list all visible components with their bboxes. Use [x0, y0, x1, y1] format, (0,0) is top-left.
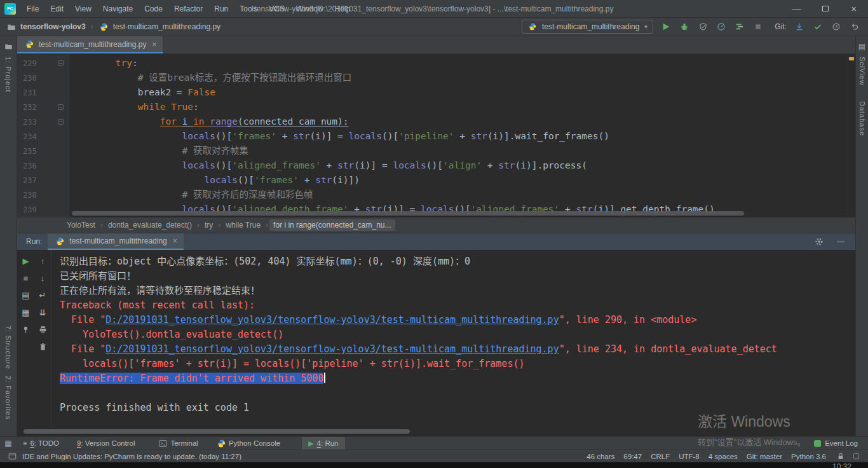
warning-stripe-mark[interactable]: [849, 57, 854, 60]
code-line[interactable]: # 设置break标志，方便按下按钮跳出循环退出窗口: [71, 71, 846, 85]
profiler-button[interactable]: [715, 21, 727, 32]
tool-button-2-favorites[interactable]: 2: Favorites: [4, 376, 12, 420]
git-commit-button[interactable]: [812, 21, 824, 32]
soft-wrap-icon[interactable]: ↵: [37, 290, 48, 300]
tool-button-1-project[interactable]: 1: Project: [4, 57, 12, 92]
stop-button[interactable]: [752, 21, 764, 32]
run-with-coverage-button[interactable]: [697, 21, 709, 32]
run-panel-label: Run:: [17, 237, 48, 246]
breadcrumb-item[interactable]: while True: [222, 219, 264, 231]
run-configuration-select[interactable]: test-multicam_multithreading ▼: [522, 20, 653, 34]
menu-file[interactable]: File: [21, 0, 44, 17]
breadcrumb-item[interactable]: dontla_evaluate_detect(): [104, 219, 196, 231]
stop-button[interactable]: ■: [21, 273, 31, 283]
git-update-button[interactable]: [794, 21, 805, 32]
code-line[interactable]: # 获取对齐后的深度帧和彩色帧: [71, 188, 846, 202]
line-number: 232: [17, 103, 37, 112]
code-area[interactable]: try: # 设置break标志，方便按下按钮跳出循环退出窗口 break2 =…: [69, 54, 846, 217]
tool-button-todo[interactable]: ≡6: TODO: [17, 437, 65, 450]
editor-horizontal-scrollbar[interactable]: [72, 211, 744, 216]
menu-refactor[interactable]: Refactor: [168, 0, 208, 17]
fold-marker-icon[interactable]: [58, 104, 64, 110]
project-tool-icon[interactable]: [4, 43, 13, 50]
pin-tab-icon[interactable]: [21, 324, 31, 334]
breadcrumb-item[interactable]: YoloTest: [63, 219, 99, 231]
code-line[interactable]: while True:: [71, 100, 846, 114]
gear-icon[interactable]: [813, 236, 825, 247]
nav-project-name[interactable]: tensorflow-yolov3: [20, 22, 86, 31]
concurrency-diagram-button[interactable]: [734, 21, 745, 32]
python-icon: [217, 439, 226, 448]
console-horizontal-scrollbar[interactable]: [24, 429, 410, 434]
run-panel: ▶ ■ ▤ ▦ ↑ ↓ ↵ ⇊: [17, 250, 855, 436]
tool-button-run[interactable]: ▶4: Run: [302, 437, 344, 450]
status-utf-8[interactable]: UTF-8: [679, 453, 700, 460]
tool-button-sciview[interactable]: SciView: [858, 57, 866, 86]
close-button[interactable]: ×: [839, 0, 868, 17]
editor-tab[interactable]: test-multicam_multithreading.py ×: [17, 36, 163, 53]
clear-console-icon[interactable]: [37, 341, 48, 352]
editor-error-stripe[interactable]: [846, 54, 855, 217]
code-editor[interactable]: 229230231232233234235236237238239 try: #…: [17, 54, 855, 217]
close-tab-icon[interactable]: ×: [173, 237, 177, 245]
tool-button-label: Python Console: [229, 439, 280, 447]
git-history-button[interactable]: [831, 21, 842, 32]
fold-marker-icon[interactable]: [58, 60, 64, 66]
down-stack-trace-icon[interactable]: ↓: [37, 273, 48, 283]
git-rollback-button[interactable]: [849, 21, 860, 32]
status-message[interactable]: IDE and Plugin Updates: PyCharm is ready…: [22, 453, 241, 460]
code-line[interactable]: locals()['frames' + str(i)]): [71, 173, 846, 188]
console-output[interactable]: 识别出目标：object 中心点像素坐标：(502, 404) 实际坐标(mm)…: [51, 250, 855, 436]
tool-window-switcher-icon[interactable]: ▦: [0, 437, 17, 450]
status-python-3-6[interactable]: Python 3.6: [791, 453, 826, 460]
menu-edit[interactable]: Edit: [44, 0, 69, 17]
code-line[interactable]: # 获取对齐帧集: [71, 144, 846, 158]
tool-button-terminal[interactable]: Terminal: [153, 437, 204, 450]
run-button[interactable]: [660, 21, 672, 32]
tool-button-7-structure[interactable]: 7: Structure: [4, 326, 12, 369]
up-stack-trace-icon[interactable]: ↑: [37, 256, 48, 266]
tool-button-version-control[interactable]: 9: Version Control: [71, 437, 141, 450]
stacktrace-link[interactable]: D:/20191031_tensorflow_yolov3/tensorflow…: [105, 314, 559, 326]
notification-icon[interactable]: [6, 451, 18, 462]
tool-button-python-console[interactable]: Python Console: [211, 437, 287, 450]
code-line[interactable]: break2 = False: [71, 85, 846, 100]
code-line[interactable]: locals()['aligned_frames' + str(i)] = lo…: [71, 158, 846, 173]
hide-panel-icon[interactable]: —: [835, 236, 846, 247]
close-tab-icon[interactable]: ×: [152, 40, 156, 49]
scroll-to-end-icon[interactable]: ⇊: [37, 307, 48, 317]
status-46-chars[interactable]: 46 chars: [587, 453, 614, 460]
menu-run[interactable]: Run: [208, 0, 234, 17]
status-69-47[interactable]: 69:47: [623, 453, 642, 460]
layout-settings-icon[interactable]: ▦: [21, 307, 31, 317]
nav-file-item[interactable]: test-multicam_multithreading.py: [98, 21, 220, 32]
fold-marker-icon[interactable]: [58, 119, 64, 125]
code-line[interactable]: for i in range(connected_cam_num):: [71, 114, 846, 129]
breadcrumb-item[interactable]: for i in range(connected_cam_nu...: [269, 219, 395, 231]
breadcrumb-item[interactable]: try: [201, 219, 217, 231]
stacktrace-link[interactable]: D:/20191031_tensorflow_yolov3/tensorflow…: [105, 343, 559, 355]
print-icon[interactable]: [37, 324, 48, 334]
lock-icon[interactable]: [835, 451, 846, 462]
maximize-button[interactable]: [811, 0, 839, 17]
debug-button[interactable]: [679, 21, 690, 32]
indicator-icon[interactable]: [850, 451, 862, 462]
minimize-icon: —: [792, 4, 801, 14]
rerun-button[interactable]: ▶: [21, 256, 31, 266]
event-log-button[interactable]: Event Log: [814, 437, 868, 450]
run-tab[interactable]: test-multicam_multithreading ×: [48, 233, 183, 250]
menu-code[interactable]: Code: [139, 0, 168, 17]
status-crlf[interactable]: CRLF: [651, 453, 670, 460]
run-toolbar: test-multicam_multithreading ▼ Git:: [522, 20, 868, 34]
tool-button-database[interactable]: Database: [858, 101, 866, 136]
minimize-button[interactable]: —: [782, 0, 811, 17]
code-line[interactable]: try:: [71, 56, 846, 71]
line-number: 239: [17, 205, 37, 214]
sciview-tool-icon[interactable]: ▤: [858, 43, 865, 50]
menu-navigate[interactable]: Navigate: [97, 0, 139, 17]
status-4-spaces[interactable]: 4 spaces: [709, 453, 738, 460]
restore-layout-icon[interactable]: ▤: [21, 290, 31, 300]
code-line[interactable]: locals()['frames' + str(i)] = locals()['…: [71, 129, 846, 144]
menu-view[interactable]: View: [69, 0, 97, 17]
status-git-master[interactable]: Git: master: [747, 453, 782, 460]
